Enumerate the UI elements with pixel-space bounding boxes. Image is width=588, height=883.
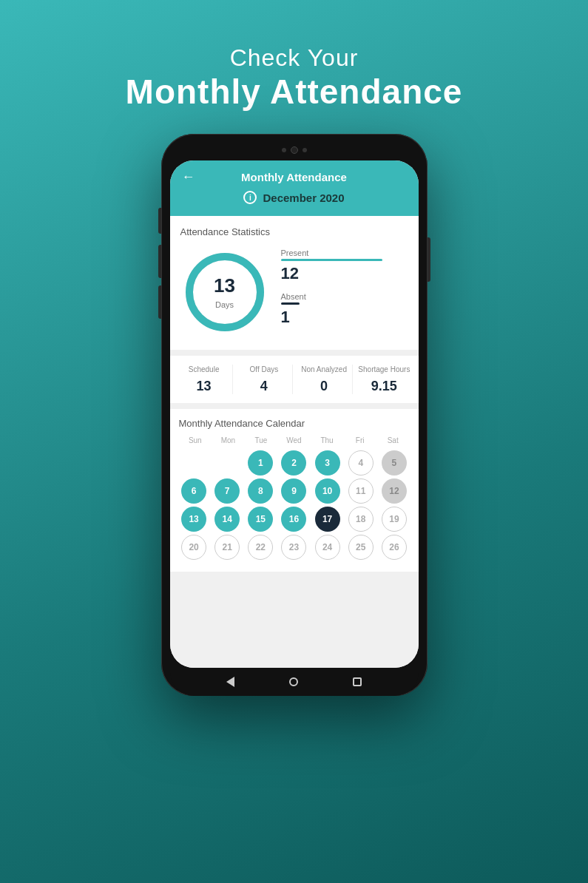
summary-label: Shortage Hours [356, 365, 412, 374]
app-header: ← Monthly Attendance i December 2020 [170, 160, 419, 216]
calendar-cell[interactable]: 5 [382, 450, 407, 476]
notch-camera [291, 146, 298, 154]
info-icon[interactable]: i [243, 191, 257, 204]
header-title: Monthly Attendance [126, 72, 463, 112]
stats-body: 13 Days Present 12 Absent [180, 248, 408, 336]
calendar-cell[interactable]: 24 [315, 535, 340, 560]
calendar-cell[interactable]: 12 [382, 478, 407, 504]
calendar-section: Monthly Attendance Calendar SunMonTueWed… [170, 409, 419, 572]
calendar-cell[interactable]: 9 [281, 478, 306, 504]
month-title: December 2020 [263, 192, 344, 204]
home-nav-icon[interactable] [289, 677, 298, 686]
calendar-day-label: Wed [277, 436, 311, 444]
calendar-cell[interactable]: 6 [181, 478, 206, 504]
present-bar [281, 259, 383, 261]
notch-dots [282, 146, 307, 154]
calendar-cell[interactable]: 13 [181, 507, 206, 532]
summary-value: 13 [176, 379, 232, 394]
calendar-cell[interactable]: 8 [248, 478, 273, 504]
days-number: 13 [214, 274, 235, 297]
calendar-cell[interactable]: 7 [214, 478, 240, 504]
page-header: Check Your Monthly Attendance [126, 44, 463, 112]
calendar-cell[interactable]: 4 [348, 450, 374, 476]
summary-item: Non Analyzed 0 [296, 365, 353, 394]
summary-item: Off Days 4 [236, 365, 293, 394]
summary-value: 0 [296, 379, 352, 394]
summary-value: 4 [236, 379, 292, 394]
calendar-cell[interactable]: 19 [382, 507, 407, 532]
summary-label: Off Days [236, 365, 292, 374]
phone-right-button [428, 237, 430, 282]
calendar-day-label: Thu [311, 436, 344, 444]
present-stat: Present 12 [281, 248, 408, 283]
calendar-cell[interactable]: 20 [181, 535, 206, 560]
calendar-cell[interactable]: 17 [315, 507, 340, 532]
calendar-day-label: Sat [376, 436, 410, 444]
calendar-day-labels: SunMonTueWedThuFriSat [179, 436, 410, 444]
calendar-cell[interactable]: 2 [281, 450, 306, 476]
app-content: Attendance Statistics 13 [170, 216, 419, 668]
calendar-cell[interactable]: 15 [248, 507, 273, 532]
calendar-grid: 1234567891011121314151617181920212223242… [179, 450, 410, 560]
donut-center: 13 Days [214, 274, 235, 311]
phone-left-button-2 [158, 245, 161, 278]
days-label: Days [215, 300, 234, 309]
header-subtitle: Check Your [126, 44, 463, 72]
summary-item: Shortage Hours 9.15 [356, 365, 412, 394]
notch-dot-1 [282, 148, 286, 152]
summary-label: Schedule [176, 365, 232, 374]
phone-notch [170, 143, 419, 158]
calendar-day-label: Mon [212, 436, 245, 444]
calendar-day-label: Sun [179, 436, 212, 444]
calendar-cell[interactable]: 3 [315, 450, 340, 476]
back-button[interactable]: ← [182, 169, 195, 185]
calendar-cell[interactable]: 21 [214, 535, 240, 560]
phone-bottom-nav [170, 668, 419, 696]
calendar-cell [214, 450, 240, 476]
recents-nav-icon[interactable] [353, 677, 362, 686]
phone-left-button-3 [158, 285, 161, 319]
calendar-cell[interactable]: 18 [348, 507, 374, 532]
calendar-cell[interactable]: 10 [315, 478, 340, 504]
notch-dot-2 [303, 148, 307, 152]
app-title: Monthly Attendance [241, 171, 347, 183]
calendar-cell[interactable]: 26 [382, 535, 407, 560]
phone-screen: ← Monthly Attendance i December 2020 Att… [170, 160, 419, 668]
stats-card: Attendance Statistics 13 [170, 216, 419, 350]
summary-label: Non Analyzed [296, 365, 352, 374]
app-nav: ← Monthly Attendance [182, 171, 407, 183]
month-row: i December 2020 [182, 191, 407, 204]
summary-value: 9.15 [356, 379, 412, 394]
calendar-day-label: Fri [343, 436, 376, 444]
donut-chart: 13 Days [180, 248, 269, 336]
present-label: Present [281, 248, 408, 257]
stats-card-title: Attendance Statistics [180, 226, 408, 237]
calendar-cell[interactable]: 14 [214, 507, 240, 532]
calendar-day-label: Tue [245, 436, 278, 444]
calendar-cell[interactable]: 11 [348, 478, 374, 504]
phone-mockup: ← Monthly Attendance i December 2020 Att… [161, 134, 428, 696]
back-nav-icon[interactable] [226, 677, 234, 687]
calendar-cell[interactable]: 22 [248, 535, 273, 560]
absent-label: Absent [281, 292, 408, 301]
present-value: 12 [281, 264, 408, 283]
calendar-cell[interactable]: 16 [281, 507, 306, 532]
summary-item: Schedule 13 [176, 365, 233, 394]
calendar-cell [181, 450, 206, 476]
absent-bar [281, 302, 300, 305]
phone-left-button-1 [158, 208, 161, 234]
stats-right: Present 12 Absent 1 [281, 248, 408, 336]
absent-stat: Absent 1 [281, 292, 408, 327]
summary-row: Schedule 13 Off Days 4 Non Analyzed 0 Sh… [170, 356, 419, 403]
absent-value: 1 [281, 308, 408, 327]
calendar-cell[interactable]: 23 [281, 535, 306, 560]
calendar-cell[interactable]: 25 [348, 535, 374, 560]
calendar-title: Monthly Attendance Calendar [179, 418, 410, 429]
calendar-cell[interactable]: 1 [248, 450, 273, 476]
